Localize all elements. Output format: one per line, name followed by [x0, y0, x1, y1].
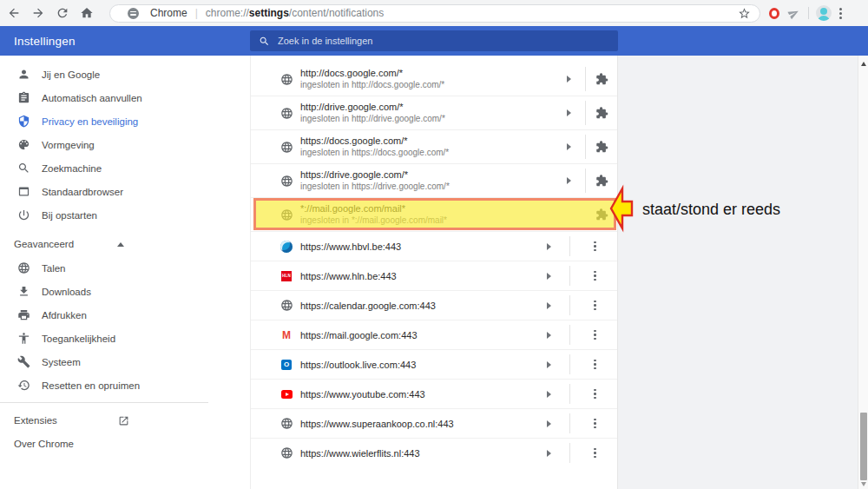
site-row[interactable]: Mhttps://mail.google.com:443 [251, 320, 617, 349]
sidebar-advanced-toggle[interactable]: Geavanceerd [0, 232, 208, 256]
back-arrow-icon [7, 6, 21, 20]
chevron-right-icon[interactable] [567, 143, 571, 150]
site-row[interactable]: https://calendar.google.com:443 [251, 290, 617, 320]
puzzle-icon [595, 73, 608, 86]
globe-icon [17, 261, 30, 274]
sidebar-item-label: Downloads [42, 287, 91, 297]
sidebar-item-over-chrome[interactable]: Over Chrome [0, 432, 208, 455]
site-row-text: https://www.superaankoop.co.nl:443 [300, 418, 454, 429]
printer-icon [17, 308, 30, 321]
row-more-actions-button[interactable] [594, 419, 596, 429]
hbvl-favicon-glyph [280, 241, 293, 253]
star-icon [738, 7, 751, 20]
extension-controlled-puzzle-icon [595, 175, 608, 188]
forward-button[interactable] [28, 3, 49, 23]
sidebar-item-standaardbrowser[interactable]: Standaardbrowser [0, 180, 208, 203]
sidebar-item-bij-opstarten[interactable]: Bij opstarten [0, 203, 208, 227]
sidebar-item-toegankelijkheid[interactable]: Toegankelijkheid [0, 327, 208, 350]
youtube-favicon-glyph [281, 390, 293, 399]
page-info-icon[interactable] [128, 8, 139, 19]
site-exception-row[interactable]: http://drive.google.com/*ingesloten in h… [251, 96, 617, 129]
sidebar-item-talen[interactable]: Talen [0, 256, 208, 280]
row-more-actions-button[interactable] [594, 241, 596, 252]
chevron-right-icon[interactable] [547, 332, 551, 339]
globe-favicon [279, 174, 293, 188]
wrench-icon [17, 355, 30, 368]
settings-title: Instellingen [14, 26, 76, 56]
row-divider [569, 413, 570, 433]
sidebar-item-vormgeving[interactable]: Vormgeving [0, 133, 208, 156]
palette-icon [17, 138, 30, 151]
chevron-right-icon[interactable] [547, 243, 551, 250]
chevron-right-icon[interactable] [567, 177, 571, 184]
printer-icon [17, 308, 30, 321]
avatar-body [818, 16, 830, 21]
site-row[interactable]: Ohttps://outlook.live.com:443 [251, 349, 617, 379]
settings-search-box[interactable]: Zoek in de instellingen [250, 30, 618, 51]
chevron-right-icon[interactable] [547, 273, 551, 280]
site-exception-row[interactable]: http://docs.google.com/*ingesloten in ht… [251, 63, 617, 96]
site-exception-row[interactable]: https://docs.google.com/*ingesloten in h… [251, 129, 617, 163]
row-more-actions-button[interactable] [594, 271, 596, 281]
site-row-text: https://www.hln.be:443 [300, 270, 397, 281]
site-row-text: https://www.wielerflits.nl:443 [300, 447, 420, 459]
globe-favicon [279, 299, 293, 313]
pointer-extension-icon[interactable] [787, 7, 800, 20]
shield-icon [17, 115, 30, 128]
site-row[interactable]: HLNhttps://www.hln.be:443 [251, 261, 617, 290]
site-url: https://mail.google.com:443 [300, 329, 418, 340]
row-more-actions-button[interactable] [594, 448, 596, 459]
home-button[interactable] [76, 3, 97, 23]
chevron-right-icon[interactable] [567, 76, 571, 83]
row-more-actions-button[interactable] [594, 389, 596, 400]
site-exception-row[interactable]: https://drive.google.com/*ingesloten in … [251, 163, 617, 197]
scrollbar[interactable] [858, 56, 868, 489]
scrollbar-down-arrow-icon[interactable] [861, 482, 866, 486]
row-divider [585, 135, 586, 159]
sidebar-item-downloads[interactable]: Downloads [0, 280, 208, 303]
chevron-right-icon[interactable] [547, 391, 551, 398]
scrollbar-up-arrow-icon[interactable] [861, 62, 866, 66]
back-button[interactable] [3, 3, 24, 23]
sidebar-item-jij-en-google[interactable]: Jij en Google [0, 63, 208, 86]
browser-icon [17, 185, 30, 198]
person-icon [17, 68, 30, 81]
site-row[interactable]: https://www.superaankoop.co.nl:443 [251, 408, 617, 438]
profile-avatar[interactable] [816, 5, 832, 21]
address-bar[interactable]: Chrome | chrome://settings/content/notif… [109, 4, 760, 23]
sidebar-item-extensies[interactable]: Extensies [0, 408, 208, 432]
site-row[interactable]: https://www.youtube.com:443 [251, 379, 617, 408]
site-row[interactable]: https://www.wielerflits.nl:443 [251, 438, 617, 467]
person-icon [17, 68, 30, 81]
chevron-right-icon[interactable] [547, 450, 551, 457]
site-row[interactable]: https://www.hbvl.be:443 [251, 231, 617, 261]
shield-icon [17, 115, 30, 128]
reload-button[interactable] [52, 3, 73, 23]
chevron-right-icon[interactable] [547, 361, 551, 368]
address-separator: | [195, 7, 198, 19]
site-exception-row-highlighted[interactable]: *://mail.google.com/mail*ingesloten in *… [251, 197, 617, 231]
row-more-actions-button[interactable] [594, 360, 596, 370]
chevron-right-icon[interactable] [567, 109, 571, 116]
allowed-site-list: https://www.hbvl.be:443HLNhttps://www.hl… [251, 231, 617, 467]
row-more-actions-button[interactable] [594, 330, 596, 340]
sidebar-item-systeem[interactable]: Systeem [0, 350, 208, 373]
opera-extension-icon[interactable] [769, 8, 779, 19]
sidebar-item-label: Bij opstarten [42, 210, 97, 221]
search-icon [17, 162, 30, 175]
sidebar-item-zoekmachine[interactable]: Zoekmachine [0, 156, 208, 180]
external-link-icon [118, 415, 129, 426]
chevron-right-icon[interactable] [547, 302, 551, 309]
browser-menu-button[interactable] [839, 8, 842, 19]
site-embedded-in: ingesloten in http://drive.google.com/* [300, 113, 445, 124]
sidebar-item-automatisch-aanvullen[interactable]: Automatisch aanvullen [0, 86, 208, 109]
sidebar-item-resetten-en-opruimen[interactable]: Resetten en opruimen [0, 373, 208, 397]
sidebar-item-afdrukken[interactable]: Afdrukken [0, 303, 208, 327]
bookmark-star-button[interactable] [738, 7, 751, 20]
chevron-right-icon[interactable] [547, 420, 551, 427]
scrollbar-thumb[interactable] [860, 413, 867, 480]
row-more-actions-button[interactable] [594, 301, 596, 311]
site-pattern: https://docs.google.com/* [300, 135, 449, 147]
palette-icon [17, 138, 30, 151]
sidebar-item-privacy-en-beveiliging[interactable]: Privacy en beveiliging [0, 109, 208, 133]
